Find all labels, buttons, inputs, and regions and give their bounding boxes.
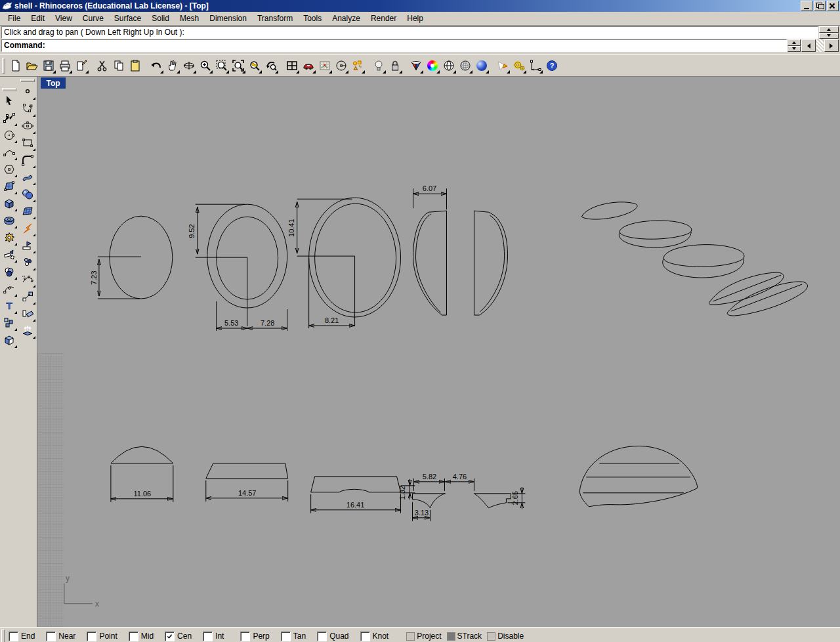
close-button[interactable] — [827, 1, 839, 11]
checkbox-tan[interactable] — [281, 631, 291, 641]
shell-slice-2[interactable] — [619, 221, 691, 247]
snap-quad[interactable]: Quad — [317, 631, 348, 641]
ellipse-curves-2[interactable] — [196, 204, 287, 326]
checkbox-point[interactable] — [87, 631, 96, 641]
color-wheel-button[interactable] — [424, 58, 440, 74]
svg-text:3.13[interactable]: 3.13 — [415, 509, 429, 517]
curve-points-button[interactable] — [19, 100, 36, 118]
circle-button[interactable] — [1, 127, 18, 144]
ellipse-curves-3[interactable] — [297, 198, 401, 328]
osnap-button[interactable] — [349, 58, 366, 74]
menu-surface[interactable]: Surface — [109, 12, 146, 24]
svg-text:5.53[interactable]: 5.53 — [224, 319, 238, 327]
svg-text:4.76[interactable]: 4.76 — [453, 473, 467, 481]
curved-surface-button[interactable] — [19, 169, 36, 186]
ellipse-curve-1[interactable] — [98, 216, 173, 299]
rotate-view-button[interactable] — [180, 58, 197, 74]
scrollbar-track[interactable] — [816, 39, 824, 52]
print-button[interactable] — [56, 58, 73, 74]
checkbox-quad[interactable] — [317, 631, 327, 641]
split-button[interactable] — [19, 237, 36, 254]
project-toggle[interactable] — [406, 632, 415, 641]
dimension-button[interactable] — [527, 58, 543, 74]
dim-ellipse1-height[interactable]: 7.23 — [90, 259, 140, 299]
mesh-surface-button[interactable] — [19, 203, 36, 220]
save-button[interactable] — [40, 58, 56, 74]
svg-text:9.52[interactable]: 9.52 — [188, 224, 196, 238]
viewport-top[interactable]: Top 7.23 — [37, 77, 840, 627]
snap-mid[interactable]: Mid — [129, 631, 154, 641]
rectangle-button[interactable] — [19, 135, 36, 152]
scroll-down-icon[interactable] — [819, 33, 839, 39]
zoom-extents-button[interactable] — [230, 58, 246, 74]
viewport-layout-button[interactable] — [284, 58, 300, 74]
mode-project[interactable]: Project — [406, 631, 441, 641]
snap-cen[interactable]: Cen — [165, 631, 192, 641]
lock-button[interactable] — [387, 58, 403, 74]
arc-button[interactable] — [1, 144, 18, 161]
svg-text:7.28[interactable]: 7.28 — [261, 319, 274, 327]
menu-view[interactable]: View — [50, 12, 77, 24]
side-profile-right[interactable] — [474, 211, 507, 315]
box-button[interactable] — [1, 195, 18, 212]
undo-button[interactable] — [148, 58, 164, 74]
menu-tools[interactable]: Tools — [298, 12, 327, 24]
menu-edit[interactable]: Edit — [26, 12, 50, 24]
text-button[interactable]: T — [1, 297, 18, 314]
spotlight-button[interactable] — [494, 58, 511, 74]
checkbox-mid[interactable] — [129, 631, 138, 641]
dim-ellipse3-height[interactable]: 10.41 — [287, 199, 352, 253]
side-profile-left[interactable] — [413, 211, 447, 315]
notch-profile-left[interactable] — [413, 494, 446, 508]
dim-profile-width[interactable]: 6.07 — [413, 184, 447, 209]
menu-solid[interactable]: Solid — [146, 12, 175, 24]
boolean-button[interactable] — [1, 332, 18, 349]
point-button[interactable] — [19, 83, 36, 100]
control-points-button[interactable] — [1, 110, 18, 127]
shell-slice-4[interactable] — [709, 272, 784, 305]
snap-knot[interactable]: Knot — [360, 631, 389, 641]
move-button[interactable] — [19, 288, 36, 305]
edit-page-button[interactable] — [73, 58, 89, 74]
fillet-button[interactable] — [19, 152, 36, 169]
sidebar-grip-2[interactable] — [20, 79, 35, 82]
zoom-selected-button[interactable] — [246, 58, 262, 74]
group-button[interactable] — [1, 314, 18, 332]
checkbox-end[interactable] — [9, 631, 18, 641]
menu-help[interactable]: Help — [402, 12, 429, 24]
rebuild-button[interactable] — [19, 271, 36, 288]
cplane-button[interactable] — [333, 58, 349, 74]
mode-disable[interactable]: Disable — [487, 631, 524, 641]
zoom-in-button[interactable] — [197, 58, 213, 74]
dim-dome-width[interactable]: 11.06 — [111, 465, 173, 502]
extrude-button[interactable] — [19, 322, 36, 339]
snap-near[interactable]: Near — [46, 631, 75, 641]
svg-text:1.32[interactable]: 1.32 — [398, 486, 406, 500]
join-button[interactable] — [1, 263, 18, 280]
dim-ellipse2-widths[interactable]: 5.53 7.28 — [217, 301, 287, 331]
shell-slice-5[interactable] — [727, 282, 807, 316]
pan-button[interactable] — [164, 58, 180, 74]
render-button[interactable] — [473, 58, 490, 74]
svg-text:11.06[interactable]: 11.06 — [134, 490, 152, 498]
checkbox-int[interactable] — [203, 631, 213, 641]
render-preview-button[interactable] — [408, 58, 424, 74]
puzzle-button[interactable] — [1, 229, 18, 246]
dim-notch-right-height[interactable]: 2.65 — [507, 487, 525, 509]
point-cloud-button[interactable] — [19, 254, 36, 271]
base-plate-profile[interactable] — [311, 477, 401, 492]
paste-button[interactable] — [127, 58, 143, 74]
shell-slice-1[interactable] — [581, 202, 637, 219]
history-scrollbar[interactable] — [819, 26, 839, 39]
copy-rotate-button[interactable] — [19, 305, 36, 322]
dim-ellipse3-width[interactable]: 8.21 — [309, 316, 355, 326]
strack-toggle[interactable] — [447, 632, 455, 641]
toolbar-grip[interactable] — [2, 58, 5, 74]
menu-mesh[interactable]: Mesh — [175, 12, 204, 24]
scroll-up-icon[interactable] — [819, 26, 839, 33]
mode-strack[interactable]: STrack — [447, 631, 482, 641]
restore-button[interactable] — [814, 1, 826, 11]
copy-button[interactable] — [110, 58, 127, 74]
scroll-left-button[interactable] — [801, 39, 816, 52]
drawing-canvas[interactable]: 7.23 9.52 5.53 7.28 — [37, 77, 840, 627]
